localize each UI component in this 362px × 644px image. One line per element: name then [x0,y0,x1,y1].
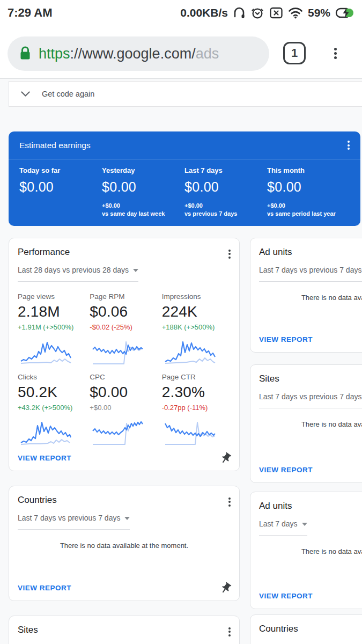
sparkline-chart [90,338,145,367]
countries-card: Countries Last 7 days vs previous 7 days… [9,486,240,601]
sparkline-chart [90,418,145,447]
kebab-menu-icon [334,46,337,61]
empty-state-message: There is no data available at the moment… [259,547,362,555]
metric-page-rpm: Page RPM $0.06 -$0.02 (-25%) [90,286,158,367]
url-text: https://www.google.com/ads [39,46,219,62]
sparkline-chart [162,338,218,367]
earnings-column-last7days: Last 7 days $0.00 +$0.00 vs previous 7 d… [184,166,267,217]
earnings-column-thismonth: This month $0.00 +$0.00 vs same period l… [267,166,350,217]
get-code-again-row[interactable]: Get code again [9,81,362,107]
sites-card-bottom: Sites Last 7 days [9,616,240,644]
ad-units-card-2: Ad units Last 7 days There is no data av… [250,492,362,609]
tab-count: 1 [291,46,298,60]
clock: 7:29 AM [8,6,53,20]
empty-state-message: There is no data available at the moment… [18,541,231,550]
card-title: Countries [18,495,57,506]
date-range-dropdown[interactable]: Last 7 days vs previous 7 days [259,392,362,408]
headphones-icon [233,6,246,20]
performance-title: Performance [18,247,70,258]
battery-percent: 59% [308,6,330,19]
browser-toolbar: https://www.google.com/ads 1 [0,26,362,78]
get-code-again-label: Get code again [42,90,94,98]
sparkline-chart [162,418,218,447]
dropdown-arrow-icon [124,517,130,520]
browser-menu-button[interactable] [327,42,343,64]
performance-card: Performance Last 28 days vs previous 28 … [9,238,240,471]
earnings-column-yesterday: Yesterday $0.00 +$0.00 vs same day last … [102,166,184,217]
metric-page-ctr: Page CTR 2.30% -0.27pp (-11%) [162,367,231,447]
metric-page-views: Page views 2.18M +1.91M (+>500%) [18,286,86,367]
view-report-link[interactable]: VIEW REPORT [18,584,71,592]
card-title: Sites [259,374,279,384]
sparkline-chart [18,418,73,447]
performance-date-range-dropdown[interactable]: Last 28 days vs previous 28 days [18,266,138,282]
screen: 7:29 AM 0.00KB/s 59% [0,0,362,644]
chevron-down-icon [21,91,30,97]
estimated-earnings-card: Estimated earnings Today so far $0.00 Ye… [9,131,360,226]
battery-charging-icon [335,7,354,19]
network-speed: 0.00KB/s [180,6,228,19]
card-menu-button[interactable] [228,625,231,638]
metric-impressions: Impressions 224K +188K (+>500%) [162,286,231,367]
earnings-title: Estimated earnings [19,141,91,150]
performance-view-report-link[interactable]: VIEW REPORT [18,454,71,462]
earnings-menu-button[interactable] [348,140,350,151]
dropdown-arrow-icon [302,523,307,526]
date-range-dropdown[interactable]: Last 7 days vs previous 7 days [259,266,362,282]
pin-icon[interactable] [217,579,234,597]
metric-clicks: Clicks 50.2K +43.2K (+>500%) [18,367,86,447]
view-report-link[interactable]: VIEW REPORT [259,592,313,600]
wifi-icon [288,7,303,19]
status-bar: 7:29 AM 0.00KB/s 59% [0,0,362,26]
card-title: Countries [259,624,298,634]
no-sim-icon [269,6,283,19]
card-menu-button[interactable] [228,495,231,508]
page-content: Get code again Estimated earnings Today … [0,79,362,644]
view-report-link[interactable]: VIEW REPORT [259,335,313,343]
tab-switcher-button[interactable]: 1 [283,42,306,64]
sparkline-chart [18,338,73,367]
alarm-clock-icon [250,6,264,20]
sites-card: Sites Last 7 days vs previous 7 days The… [250,364,362,483]
earnings-column-today: Today so far $0.00 [19,166,102,217]
pin-icon[interactable] [217,449,234,467]
ad-units-card: Ad units Last 7 days vs previous 7 days … [250,238,362,353]
empty-state-message: There is no data available at the moment… [259,420,362,428]
countries-card-bottom: Countries [250,614,362,644]
empty-state-message: There is no data available at the moment… [259,294,362,302]
dropdown-arrow-icon [133,269,138,272]
card-title: Sites [18,625,38,635]
card-title: Ad units [259,247,292,258]
url-bar[interactable]: https://www.google.com/ads [8,36,269,71]
date-range-dropdown[interactable]: Last 7 days vs previous 7 days [18,514,130,530]
metric-cpc: CPC $0.00 +$0.00 [90,367,158,447]
lock-icon [19,46,31,61]
view-report-link[interactable]: VIEW REPORT [259,466,313,474]
card-title: Ad units [259,501,292,511]
date-range-dropdown[interactable]: Last 7 days [259,519,307,536]
performance-menu-button[interactable] [228,247,231,260]
